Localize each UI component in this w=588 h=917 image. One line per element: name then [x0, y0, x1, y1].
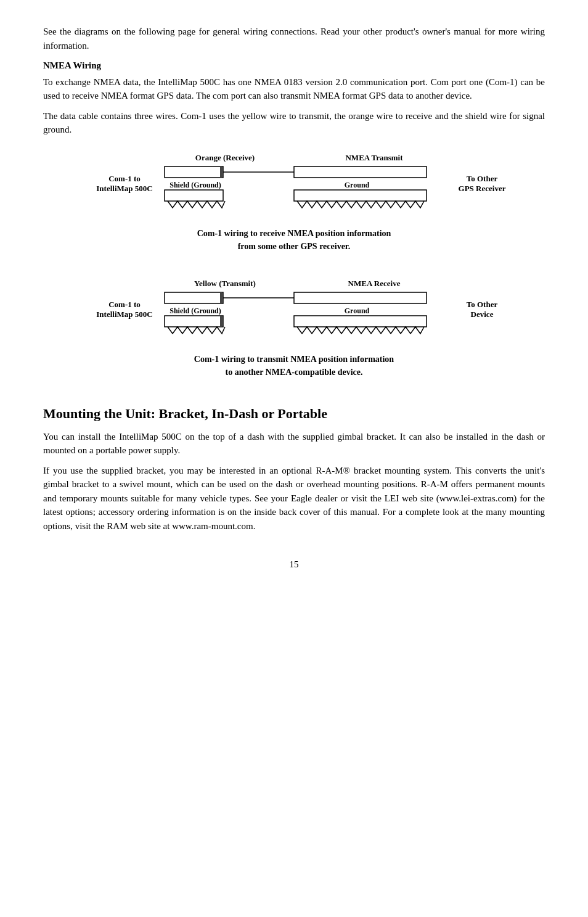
- svg-text:Device: Device: [471, 310, 494, 319]
- intro-para3: The data cable contains three wires. Com…: [43, 109, 545, 137]
- svg-text:IntelliMap 500C: IntelliMap 500C: [96, 184, 152, 193]
- svg-rect-28: [294, 316, 427, 327]
- svg-text:Com-1 to: Com-1 to: [108, 174, 141, 183]
- svg-text:NMEA Receive: NMEA Receive: [348, 279, 401, 288]
- diagram1: Com-1 to IntelliMap 500C Orange (Receive…: [72, 149, 516, 223]
- mounting-para1: You can install the IntelliMap 500C on t…: [43, 430, 545, 458]
- svg-text:Ground: Ground: [345, 306, 370, 315]
- svg-text:To Other: To Other: [467, 300, 498, 309]
- svg-rect-27: [220, 316, 224, 326]
- diagram2-caption: Com-1 wiring to transmit NMEA position i…: [194, 353, 394, 379]
- diagram1-caption: Com-1 wiring to receive NMEA position in…: [197, 227, 391, 253]
- page-content: See the diagrams on the following page f…: [43, 25, 545, 572]
- intro-para2: To exchange NMEA data, the IntelliMap 50…: [43, 75, 545, 103]
- svg-text:IntelliMap 500C: IntelliMap 500C: [96, 310, 152, 319]
- mounting-para2: If you use the supplied bracket, you may…: [43, 464, 545, 533]
- page-number: 15: [43, 557, 545, 572]
- svg-rect-13: [294, 190, 427, 201]
- svg-rect-12: [165, 190, 223, 201]
- svg-text:Com-1 to: Com-1 to: [108, 300, 141, 309]
- svg-rect-20: [165, 292, 223, 303]
- svg-rect-23: [294, 292, 427, 303]
- intro-para1: See the diagrams on the following page f…: [43, 25, 545, 52]
- diagram1-area: Com-1 to IntelliMap 500C Orange (Receive…: [43, 149, 545, 263]
- svg-text:Shield (Ground): Shield (Ground): [169, 181, 221, 189]
- diagram2-area: Com-1 to IntelliMap 500C Yellow (Transmi…: [43, 275, 545, 389]
- mounting-heading: Mounting the Unit: Bracket, In-Dash or P…: [43, 403, 545, 424]
- svg-text:GPS Receiver: GPS Receiver: [459, 184, 506, 193]
- svg-text:Ground: Ground: [345, 181, 370, 189]
- diagram2: Com-1 to IntelliMap 500C Yellow (Transmi…: [72, 275, 516, 349]
- svg-text:NMEA Transmit: NMEA Transmit: [345, 153, 403, 162]
- svg-text:Shield (Ground): Shield (Ground): [169, 306, 221, 315]
- svg-text:Orange (Receive): Orange (Receive): [195, 153, 255, 162]
- svg-text:Yellow (Transmit): Yellow (Transmit): [194, 279, 256, 288]
- nmea-heading: NMEA Wiring: [43, 59, 545, 73]
- svg-rect-26: [165, 316, 223, 327]
- svg-rect-6: [165, 167, 223, 178]
- svg-rect-9: [294, 167, 427, 178]
- svg-text:To Other: To Other: [467, 174, 498, 183]
